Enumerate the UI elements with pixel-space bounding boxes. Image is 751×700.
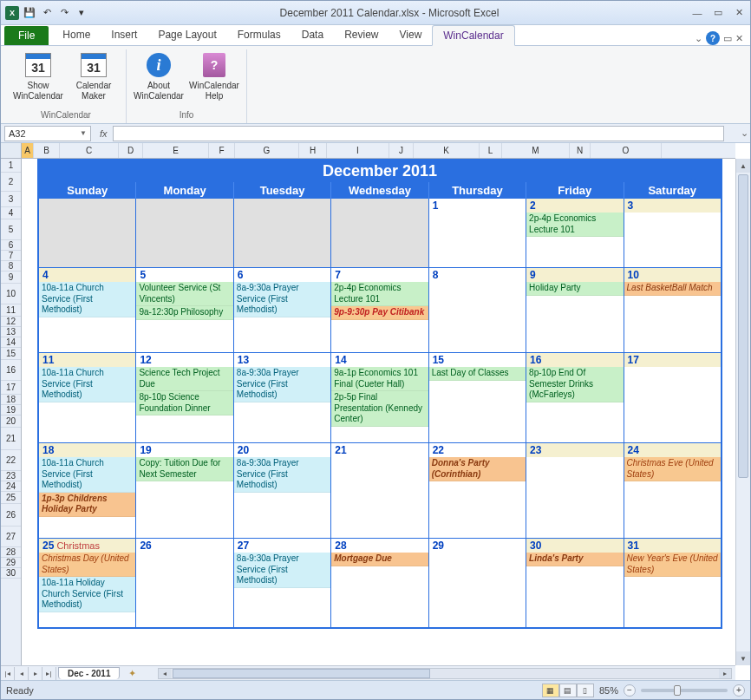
calendar-cell-blank[interactable]	[136, 199, 233, 268]
close-workbook-icon[interactable]: ✕	[735, 33, 743, 44]
col-header-D[interactable]: D	[119, 143, 143, 158]
calendar-event[interactable]: New Year's Eve (United States)	[624, 553, 721, 577]
row-header-4[interactable]: 4	[1, 207, 21, 219]
calendar-event[interactable]: Christmas Day (United States)	[39, 553, 135, 577]
row-header-24[interactable]: 24	[1, 481, 21, 492]
file-tab[interactable]: File	[4, 26, 49, 45]
calendar-cell-19[interactable]: 19Copy: Tuition Due for Next Semester	[136, 443, 233, 539]
calendar-event[interactable]: 8p-10p End Of Semester Drinks (McFarleys…	[526, 367, 623, 402]
calendar-cell-5[interactable]: 5Volunteer Service (St Vincents)9a-12:30…	[136, 268, 233, 353]
calendar-cell-3[interactable]: 3	[624, 199, 721, 268]
tab-home[interactable]: Home	[52, 25, 101, 45]
row-header-26[interactable]: 26	[1, 504, 21, 527]
calendar-event[interactable]: 8a-9:30a Prayer Service (First Methodist…	[234, 457, 330, 493]
help-icon[interactable]: ?	[706, 31, 720, 45]
tab-view[interactable]: View	[389, 25, 433, 45]
col-header-F[interactable]: F	[209, 143, 235, 158]
calendar-cell-31[interactable]: 31New Year's Eve (United States)	[624, 539, 721, 627]
row-header-3[interactable]: 3	[1, 192, 21, 207]
calendar-event[interactable]: 8a-9:30a Prayer Service (First Methodist…	[234, 367, 330, 402]
calendar-cell-8[interactable]: 8	[429, 268, 526, 353]
formula-bar-expand-icon[interactable]: ⌄	[738, 128, 750, 139]
row-header-15[interactable]: 15	[1, 348, 21, 360]
tab-wincalendar[interactable]: WinCalendar	[432, 25, 514, 46]
row-header-1[interactable]: 1	[1, 159, 21, 173]
tab-page-layout[interactable]: Page Layout	[147, 25, 226, 45]
close-icon[interactable]: ✕	[731, 7, 747, 19]
sheet-nav-last-icon[interactable]: ▸|	[42, 667, 56, 680]
calendar-event[interactable]: Holiday Party	[526, 282, 623, 296]
calendar-cell-30[interactable]: 30Linda's Party	[526, 539, 624, 627]
col-header-E[interactable]: E	[143, 143, 209, 158]
calendar-cell-2[interactable]: 22p-4p Economics Lecture 101	[526, 199, 624, 268]
row-header-19[interactable]: 19	[1, 405, 21, 415]
calendar-event[interactable]: 9a-1p Economics 101 Final (Cueter Hall)	[331, 367, 428, 391]
scroll-right-icon[interactable]: ▸	[719, 669, 731, 678]
row-header-12[interactable]: 12	[1, 317, 21, 327]
excel-logo-icon[interactable]: X	[4, 5, 20, 21]
show-wincal-button[interactable]: 31Show WinCalendar	[13, 49, 63, 103]
calendar-cell-11[interactable]: 1110a-11a Church Service (First Methodis…	[39, 353, 136, 443]
view-page-break-icon[interactable]: ▯	[577, 684, 594, 697]
calendar-cell-15[interactable]: 15Last Day of Classes	[429, 353, 526, 443]
view-normal-icon[interactable]: ▦	[542, 684, 559, 697]
calendar-event[interactable]: 2p-4p Economics Lecture 101	[331, 282, 428, 306]
undo-icon[interactable]: ↶	[39, 5, 55, 21]
about-button[interactable]: iAbout WinCalendar	[134, 49, 184, 103]
row-header-30[interactable]: 30	[1, 568, 21, 579]
calendar-event[interactable]: Linda's Party	[526, 553, 623, 566]
calendar-cell-9[interactable]: 9Holiday Party	[526, 268, 624, 353]
zoom-slider[interactable]	[641, 689, 728, 692]
calendar-cell-25[interactable]: 25 ChristmasChristmas Day (United States…	[39, 539, 136, 627]
tab-data[interactable]: Data	[291, 25, 334, 45]
row-header-5[interactable]: 5	[1, 219, 21, 240]
calendar-cell-blank[interactable]	[331, 199, 428, 268]
name-box[interactable]: A32 ▼	[4, 126, 91, 141]
calendar-event[interactable]: 8a-9:30a Prayer Service (First Methodist…	[234, 282, 330, 317]
fx-icon[interactable]: fx	[95, 128, 113, 139]
calendar-event[interactable]: 10a-11a Church Service (First Methodist)	[39, 282, 135, 317]
calendar-cell-20[interactable]: 208a-9:30a Prayer Service (First Methodi…	[234, 443, 331, 539]
calendar-event[interactable]: Donna's Party (Corinthian)	[429, 457, 526, 481]
row-header-9[interactable]: 9	[1, 271, 21, 284]
row-header-2[interactable]: 2	[1, 173, 21, 192]
vertical-scrollbar[interactable]: ▲ ▼	[735, 159, 750, 665]
view-page-layout-icon[interactable]: ▤	[559, 684, 577, 697]
col-header-K[interactable]: K	[414, 143, 480, 158]
row-header-17[interactable]: 17	[1, 381, 21, 395]
calendar-event[interactable]: 9p-9:30p Pay Citibank	[331, 306, 428, 320]
calendar-event[interactable]: Last BasketBall Match	[624, 282, 721, 296]
calendar-event[interactable]: 2p-4p Economics Lecture 101	[526, 213, 623, 237]
calendar-cell-21[interactable]: 21	[331, 443, 428, 539]
col-header-A[interactable]: A	[22, 143, 34, 158]
row-header-8[interactable]: 8	[1, 261, 21, 271]
row-header-6[interactable]: 6	[1, 240, 21, 251]
col-header-G[interactable]: G	[235, 143, 299, 158]
calendar-cell-14[interactable]: 149a-1p Economics 101 Final (Cueter Hall…	[331, 353, 428, 443]
calendar-cell-6[interactable]: 68a-9:30a Prayer Service (First Methodis…	[234, 268, 331, 353]
redo-icon[interactable]: ↷	[56, 5, 72, 21]
help-button[interactable]: ?WinCalendar Help	[189, 49, 239, 103]
maximize-icon[interactable]: ▭	[710, 7, 726, 19]
select-all-corner[interactable]	[1, 143, 22, 159]
calendar-cell-24[interactable]: 24Christmas Eve (United States)	[624, 443, 721, 539]
sheet-nav-prev-icon[interactable]: ◂	[15, 667, 29, 680]
calendar-event[interactable]: Christmas Eve (United States)	[624, 457, 721, 481]
calendar-event[interactable]: Science Tech Project Due	[136, 367, 232, 391]
sheet-tab-active[interactable]: Dec - 2011	[58, 667, 120, 679]
row-header-27[interactable]: 27	[1, 527, 21, 547]
calendar-cell-23[interactable]: 23	[526, 443, 624, 539]
cal-maker-button[interactable]: 31Calendar Maker	[69, 49, 119, 103]
calendar-event[interactable]: 8a-9:30a Prayer Service (First Methodist…	[234, 553, 330, 588]
calendar-cell-blank[interactable]	[39, 199, 136, 268]
hscroll-thumb[interactable]	[173, 669, 430, 678]
row-header-20[interactable]: 20	[1, 415, 21, 428]
tab-formulas[interactable]: Formulas	[227, 25, 291, 45]
calendar-cell-10[interactable]: 10Last BasketBall Match	[624, 268, 721, 353]
calendar-event[interactable]: 9a-12:30p Philosophy	[136, 306, 232, 320]
cells-area[interactable]: December 2011 SundayMondayTuesdayWednesd…	[22, 159, 735, 665]
minimize-icon[interactable]: —	[689, 7, 705, 19]
col-header-B[interactable]: B	[34, 143, 60, 158]
calendar-cell-blank[interactable]	[234, 199, 331, 268]
qat-customize-icon[interactable]: ▾	[74, 5, 89, 21]
